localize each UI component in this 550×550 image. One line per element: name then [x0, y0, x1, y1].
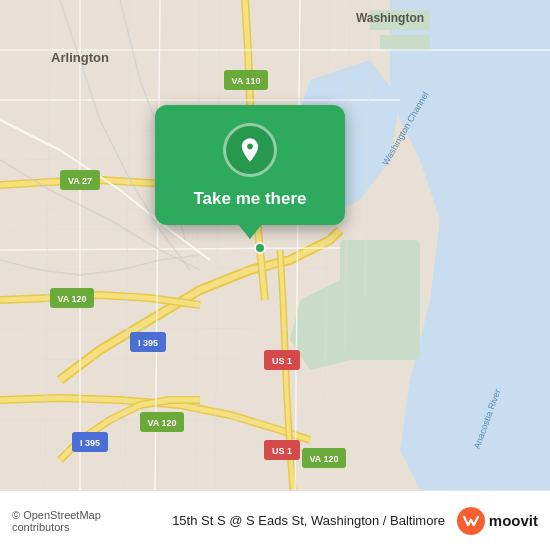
svg-text:VA 120: VA 120	[309, 454, 338, 464]
svg-text:US 1: US 1	[272, 356, 292, 366]
svg-point-48	[255, 243, 265, 253]
location-pin-icon	[223, 123, 277, 177]
svg-text:I 395: I 395	[80, 438, 100, 448]
svg-text:Washington: Washington	[356, 11, 424, 25]
bottom-bar: © OpenStreetMap contributors 15th St S @…	[0, 490, 550, 550]
moovit-logo-icon	[457, 507, 485, 535]
address-text: 15th St S @ S Eads St, Washington / Balt…	[160, 513, 457, 528]
svg-rect-3	[380, 35, 430, 50]
svg-text:VA 120: VA 120	[57, 294, 86, 304]
svg-text:VA 110: VA 110	[231, 76, 260, 86]
moovit-logo: moovit	[457, 507, 538, 535]
popup-tail	[238, 224, 262, 239]
map-container: VA 110 VA 27 VA 120 I 395 I 395 VA 120 U…	[0, 0, 550, 490]
svg-text:US 1: US 1	[272, 446, 292, 456]
svg-text:VA 27: VA 27	[68, 176, 92, 186]
copyright-text: © OpenStreetMap contributors	[12, 509, 160, 533]
take-me-there-popup[interactable]: Take me there	[155, 105, 345, 225]
take-me-there-label: Take me there	[193, 189, 306, 209]
moovit-text: moovit	[489, 512, 538, 529]
svg-text:VA 120: VA 120	[147, 418, 176, 428]
svg-text:Arlington: Arlington	[51, 50, 109, 65]
svg-text:I 395: I 395	[138, 338, 158, 348]
